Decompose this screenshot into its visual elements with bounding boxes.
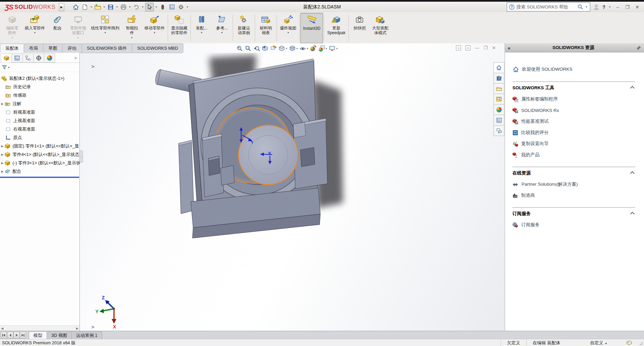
section-view-icon[interactable] bbox=[261, 45, 269, 52]
view-palette-tab[interactable] bbox=[493, 94, 504, 105]
tab-sketch[interactable]: 草图 bbox=[43, 44, 63, 53]
property-tab-builder-link[interactable]: 属性标签编制程序 bbox=[512, 96, 635, 102]
open-button[interactable] bbox=[94, 3, 102, 11]
home-tab[interactable] bbox=[493, 62, 504, 73]
custom-properties-tab[interactable] bbox=[493, 115, 504, 125]
dimxpertmanager-tab[interactable] bbox=[33, 53, 44, 63]
help-button[interactable]: ? bbox=[602, 4, 605, 10]
tab-solidworks-addins[interactable]: SOLIDWORKS 插件 bbox=[82, 44, 132, 53]
reference-geometry-button[interactable]: 参考...▾ bbox=[212, 13, 232, 43]
scroll-right-arrow[interactable]: ▶ bbox=[75, 327, 79, 330]
welcome-link[interactable]: 欢迎使用 SOLIDWORKS bbox=[512, 66, 635, 73]
appearances-tab[interactable] bbox=[493, 104, 504, 115]
open-dropdown[interactable]: ▾ bbox=[103, 5, 106, 8]
expand-arrow[interactable]: ▶ bbox=[0, 153, 5, 156]
component-preview-window-button[interactable]: 零部件预 览窗口▾ bbox=[68, 13, 89, 43]
select-cursor-button[interactable] bbox=[145, 3, 154, 11]
minimize-button[interactable]: – bbox=[614, 4, 621, 10]
nav-next-button[interactable] bbox=[14, 332, 20, 339]
zoom-fit-icon[interactable] bbox=[236, 45, 243, 52]
expand-arrow[interactable]: ▶ bbox=[0, 170, 5, 173]
doc-restore-button[interactable]: ❐ bbox=[484, 45, 488, 50]
tree-item-front-plane[interactable]: 前视基准面 bbox=[0, 108, 79, 116]
rebuild-traffic-light-button[interactable] bbox=[159, 3, 167, 11]
filter-funnel-icon[interactable] bbox=[2, 65, 7, 70]
panel-tabs-overflow-chevron[interactable]: > bbox=[74, 56, 77, 61]
model-tab[interactable]: 模型 bbox=[29, 331, 47, 339]
tree-item-right-plane[interactable]: 右视基准面 bbox=[0, 125, 79, 133]
task-pane-collapse-button[interactable]: « bbox=[508, 45, 510, 51]
undo-dropdown[interactable]: ▾ bbox=[141, 5, 144, 8]
assembly-features-button[interactable]: 装配...▾ bbox=[191, 13, 212, 43]
maximize-button[interactable]: ❐ bbox=[624, 4, 631, 10]
featuremanager-flyout-chevron[interactable]: > bbox=[91, 64, 94, 69]
tree-flyout-chevron[interactable]: > bbox=[91, 324, 94, 330]
assembly-model[interactable]: X Y Z bbox=[80, 53, 505, 331]
select-dropdown[interactable]: ▾ bbox=[155, 5, 158, 8]
search-dropdown[interactable]: ▾ bbox=[585, 5, 588, 8]
home-button[interactable] bbox=[72, 3, 80, 11]
design-library-tab[interactable] bbox=[493, 83, 504, 94]
subscription-services-link[interactable]: 订阅服务 bbox=[512, 222, 635, 228]
tree-item-part3[interactable]: ▶ (-) 零件3<1> (默认<<默认>_显示状 bbox=[0, 159, 79, 167]
tab-evaluate[interactable]: 评估 bbox=[62, 44, 82, 53]
menu-flyout-button[interactable]: ▶ bbox=[59, 3, 64, 11]
expand-arrow[interactable]: ▶ bbox=[0, 144, 5, 148]
help-dropdown[interactable]: ▾ bbox=[608, 5, 611, 8]
zoom-area-icon[interactable] bbox=[245, 45, 252, 52]
smart-fasteners-button[interactable]: 智能扣 件▾ bbox=[122, 13, 142, 43]
new-document-dropdown[interactable]: ▾ bbox=[90, 5, 93, 8]
tree-item-mates[interactable]: ▶ 配合 bbox=[0, 167, 79, 176]
exploded-view-button[interactable]: 爆炸视图▾ bbox=[278, 13, 299, 43]
configurationmanager-tab[interactable] bbox=[22, 53, 33, 63]
update-speedpak-button[interactable]: ! 更新 Speedpak bbox=[325, 13, 348, 43]
scroll-left-arrow[interactable]: ◀ bbox=[0, 327, 4, 330]
pane-right-icon[interactable]: ▸ bbox=[465, 45, 470, 50]
tree-item-annotations[interactable]: ▶ A 注解 bbox=[0, 99, 79, 108]
pane-left-icon[interactable]: ◂ bbox=[456, 45, 461, 50]
cylinder-front-face-selected[interactable] bbox=[238, 125, 298, 185]
apply-scene-icon[interactable]: ▾ bbox=[318, 45, 327, 52]
solidworks-rx-link[interactable]: Rx SOLIDWORKS Rx bbox=[512, 107, 635, 113]
resize-grip[interactable] bbox=[638, 341, 643, 345]
save-dropdown[interactable]: ▾ bbox=[116, 5, 118, 8]
tree-item-part4[interactable]: ▶ 零件4<1> (默认<<默认>_显示状态 bbox=[0, 150, 79, 159]
rollback-bar[interactable] bbox=[0, 177, 79, 178]
motion-study-tab[interactable]: 运动算例 1 bbox=[71, 331, 102, 339]
copy-settings-wizard-link[interactable]: 复制设置向导 bbox=[512, 141, 635, 147]
expand-arrow[interactable]: ▶ bbox=[0, 102, 5, 106]
tree-horizontal-scrollbar[interactable]: ◀ ▶ bbox=[0, 325, 79, 331]
edit-component-button[interactable]: 编辑零 部件▾ bbox=[2, 13, 22, 43]
expand-arrow[interactable]: ▶ bbox=[0, 161, 5, 165]
status-tag-button[interactable] bbox=[613, 339, 635, 346]
forum-tab[interactable] bbox=[493, 125, 504, 136]
compare-my-score-link[interactable]: 比较我的评分 bbox=[512, 130, 635, 136]
save-button[interactable] bbox=[107, 3, 115, 11]
tab-assembly[interactable]: 装配体 bbox=[0, 44, 24, 53]
previous-view-icon[interactable] bbox=[253, 45, 260, 52]
partner-solutions-link[interactable]: Partner Solutions(解决方案) bbox=[512, 181, 635, 187]
new-motion-study-button[interactable]: 新建运 动算例 bbox=[234, 13, 254, 43]
resources-tab[interactable] bbox=[493, 73, 504, 84]
manufacturers-link[interactable]: 制造商 bbox=[512, 192, 635, 199]
nav-prev-button[interactable] bbox=[7, 332, 13, 339]
filter-dropdown[interactable]: ▾ bbox=[8, 66, 9, 69]
linear-component-pattern-button[interactable]: 线性零部件阵列▾ bbox=[89, 13, 122, 43]
print-dropdown[interactable]: ▾ bbox=[129, 5, 131, 8]
options-dropdown[interactable]: ▾ bbox=[186, 5, 189, 8]
my-products-link[interactable]: 我的产品 bbox=[512, 152, 635, 158]
hide-show-items-icon[interactable]: ▾ bbox=[299, 45, 308, 52]
show-hidden-components-button[interactable]: 显示隐藏 的零部件 bbox=[169, 13, 190, 43]
sketch-icon[interactable] bbox=[270, 45, 277, 52]
tree-item-origin[interactable]: 原点 bbox=[0, 133, 79, 142]
propertymanager-tab[interactable] bbox=[12, 53, 23, 63]
search-help-box[interactable]: ? 搜索 SOLIDWORKS 帮助 ▾ bbox=[507, 2, 590, 11]
display-style-icon[interactable]: ▾ bbox=[289, 45, 298, 52]
insert-component-button[interactable]: 插入零部件▾ bbox=[22, 13, 47, 43]
options-gear-button[interactable] bbox=[177, 3, 185, 11]
doc-minimize-button[interactable]: — bbox=[475, 45, 479, 50]
close-button[interactable]: ✕ bbox=[634, 4, 641, 10]
task-pane-pin-icon[interactable] bbox=[636, 45, 641, 50]
print-button[interactable] bbox=[119, 3, 128, 11]
view-settings-icon[interactable]: ▾ bbox=[329, 45, 338, 52]
